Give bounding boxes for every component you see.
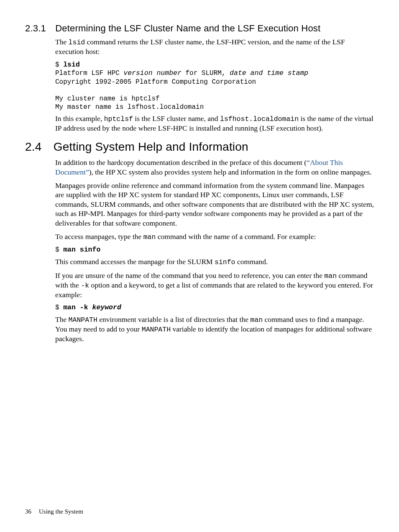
text: option and a keyword, to get a list of c…	[55, 281, 373, 299]
code-line: for SLURM,	[182, 69, 230, 77]
text: To access manpages, type the	[55, 232, 143, 241]
text: In this example,	[55, 114, 104, 123]
text: is the LSF cluster name, and	[133, 114, 220, 123]
text: environment variable is a list of direct…	[97, 315, 250, 324]
code-placeholder-keyword: keyword	[92, 303, 121, 311]
paragraph: To access manpages, type the man command…	[55, 232, 374, 242]
text: command returns the LSF cluster name, th…	[55, 38, 345, 56]
page-footer: 36Using the System	[25, 508, 83, 515]
code-line: Copyright 1992-2005 Platform Computing C…	[55, 78, 256, 86]
text: ), the HP XC system also provides system…	[89, 168, 372, 176]
prompt: $	[55, 61, 63, 69]
code-inline-manpath: MANPATH	[69, 316, 97, 324]
section-2-4-body: In addition to the hardcopy documentatio…	[55, 158, 374, 343]
code-inline-lsfhost: lsfhost.localdomain	[220, 115, 299, 123]
text: If you are unsure of the name of the com…	[55, 271, 324, 280]
text: In addition to the hardcopy documentatio…	[55, 158, 307, 167]
code-inline-lsid: lsid	[69, 39, 85, 46]
code-inline-man: man	[250, 316, 263, 324]
code-inline-manpath: MANPATH	[142, 326, 171, 334]
code-command: lsid	[63, 61, 80, 69]
prompt: $	[55, 246, 63, 254]
code-block-man-sinfo: $ man sinfo	[55, 246, 374, 254]
text: The	[55, 38, 69, 46]
text: This command accesses the manpage for th…	[55, 257, 215, 266]
paragraph: The MANPATH environment variable is a li…	[55, 315, 374, 344]
paragraph: Manpages provide online reference and co…	[55, 181, 374, 228]
text: command with the name of a command. For …	[156, 232, 316, 241]
code-inline-k: -k	[81, 282, 89, 290]
page-content: 2.3.1 Determining the LSF Cluster Name a…	[0, 0, 399, 344]
text: command.	[235, 257, 268, 266]
paragraph: The lsid command returns the LSF cluster…	[55, 37, 374, 57]
code-inline-man: man	[143, 233, 156, 241]
code-line: My master name is lsfhost.localdomain	[55, 103, 204, 111]
heading-2-4: 2.4 Getting System Help and Information	[25, 140, 374, 154]
code-command: man sinfo	[63, 246, 100, 254]
code-block-lsid-output: $ lsid Platform LSF HPC version number f…	[55, 61, 374, 111]
code-placeholder: version number	[123, 69, 182, 77]
prompt: $	[55, 304, 63, 311]
code-inline-hptclsf: hptclsf	[104, 115, 133, 123]
text: The	[55, 315, 69, 324]
code-command: man -k	[63, 303, 92, 311]
code-line: My cluster name is hptclsf	[55, 95, 160, 103]
code-block-man-k: $ man -k keyword	[55, 303, 374, 312]
code-inline-sinfo: sinfo	[215, 258, 235, 266]
code-placeholder: date and time stamp	[230, 69, 308, 77]
heading-2-3-1: 2.3.1 Determining the LSF Cluster Name a…	[25, 23, 374, 34]
footer-title: Using the System	[39, 508, 83, 515]
paragraph: This command accesses the manpage for th…	[55, 257, 374, 267]
page-number: 36	[25, 508, 31, 515]
code-line: Platform LSF HPC	[55, 69, 123, 77]
paragraph: In addition to the hardcopy documentatio…	[55, 158, 374, 177]
paragraph: In this example, hptclsf is the LSF clus…	[55, 114, 374, 133]
section-2-3-1-body: The lsid command returns the LSF cluster…	[55, 37, 374, 133]
paragraph: If you are unsure of the name of the com…	[55, 271, 374, 300]
code-inline-man: man	[324, 272, 337, 280]
